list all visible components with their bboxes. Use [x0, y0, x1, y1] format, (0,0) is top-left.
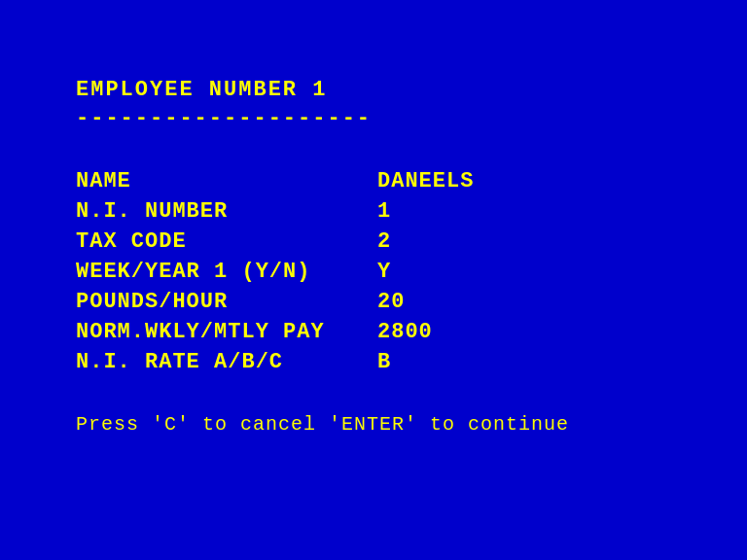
field-row: NAMEDANEELS — [76, 169, 671, 193]
field-label: NORM.WKLY/MTLY PAY — [76, 320, 377, 344]
field-row: N.I. RATE A/B/CB — [76, 350, 671, 374]
field-row: TAX CODE2 — [76, 229, 671, 254]
field-value: 2 — [377, 229, 391, 254]
field-value: Y — [377, 260, 391, 284]
prompt-text: Press 'C' to cancel 'ENTER' to continue — [76, 413, 671, 436]
field-label: N.I. NUMBER — [76, 199, 377, 224]
field-label: N.I. RATE A/B/C — [76, 350, 377, 374]
field-value: 20 — [377, 290, 405, 314]
field-row: WEEK/YEAR 1 (Y/N)Y — [76, 260, 671, 284]
field-row: POUNDS/HOUR20 — [76, 290, 671, 314]
main-screen: EMPLOYEE NUMBER 1 -------------------- N… — [0, 0, 747, 560]
field-label: POUNDS/HOUR — [76, 290, 377, 314]
employee-title: EMPLOYEE NUMBER 1 — [76, 78, 671, 102]
title-underline: -------------------- — [76, 106, 671, 130]
field-value: 2800 — [377, 320, 433, 344]
field-label: TAX CODE — [76, 229, 377, 254]
field-row: N.I. NUMBER1 — [76, 199, 671, 224]
field-value: B — [377, 350, 391, 374]
field-row: NORM.WKLY/MTLY PAY2800 — [76, 320, 671, 344]
field-value: 1 — [377, 199, 391, 224]
field-value: DANEELS — [377, 169, 474, 193]
fields-container: NAMEDANEELSN.I. NUMBER1TAX CODE2WEEK/YEA… — [76, 169, 671, 374]
field-label: WEEK/YEAR 1 (Y/N) — [76, 260, 377, 284]
field-label: NAME — [76, 169, 377, 193]
